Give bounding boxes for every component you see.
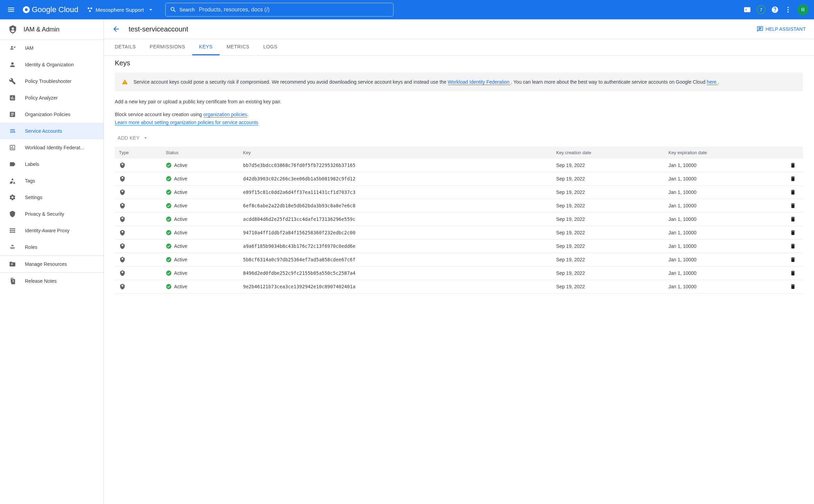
sidebar-icon bbox=[8, 227, 17, 234]
sidebar-item-label: IAM bbox=[25, 45, 34, 51]
sidebar-item-policy-troubleshooter[interactable]: Policy Troubleshooter bbox=[0, 73, 103, 90]
sidebar-icon bbox=[8, 128, 17, 134]
sidebar-item-label: Workload Identity Federat... bbox=[25, 145, 84, 150]
project-icon bbox=[87, 7, 93, 13]
sidebar-item-workload-identity-federat-[interactable]: Workload Identity Federat... bbox=[0, 139, 103, 156]
key-type-icon bbox=[119, 175, 157, 182]
key-created-date: Sep 19, 2022 bbox=[552, 226, 664, 240]
sidebar-item-privacy-security[interactable]: Privacy & Security bbox=[0, 206, 103, 222]
key-fingerprint: d42db3903c02c266c3ee06db1a5b081982c9fd12 bbox=[239, 172, 552, 186]
sidebar-item-label: Organization Policies bbox=[25, 112, 71, 117]
tab-keys[interactable]: KEYS bbox=[192, 39, 220, 55]
org-policies-link[interactable]: organization policies bbox=[203, 112, 247, 118]
help-icon bbox=[771, 6, 779, 13]
sidebar-item-label: Service Accounts bbox=[25, 128, 62, 134]
cloud-shell-button[interactable] bbox=[743, 6, 751, 13]
delete-key-button[interactable] bbox=[790, 162, 799, 168]
svg-point-6 bbox=[787, 9, 789, 10]
user-avatar[interactable]: R bbox=[797, 4, 808, 15]
sidebar-item-tags[interactable]: Tags bbox=[0, 172, 103, 189]
key-expires-date: Jan 1, 10000 bbox=[664, 226, 786, 240]
logo-text: Google Cloud bbox=[32, 5, 78, 14]
delete-key-button[interactable] bbox=[790, 256, 799, 263]
help-button[interactable] bbox=[771, 6, 779, 13]
iam-shield-icon bbox=[8, 25, 17, 34]
google-logo-icon bbox=[22, 6, 30, 14]
delete-key-button[interactable] bbox=[790, 283, 799, 290]
sidebar-item-identity-organization[interactable]: Identity & Organization bbox=[0, 56, 103, 73]
sidebar-item-label: Identity & Organization bbox=[25, 62, 74, 67]
key-fingerprint: 6ef8c6abe2a22db18e5db62bda3b93c8a8e7e6c8 bbox=[239, 199, 552, 213]
back-button[interactable] bbox=[112, 25, 120, 33]
status-check-icon bbox=[166, 243, 172, 249]
delete-key-button[interactable] bbox=[790, 216, 799, 222]
svg-point-14 bbox=[166, 244, 172, 249]
key-created-date: Sep 19, 2022 bbox=[552, 240, 664, 253]
sidebar-item-label: Policy Analyzer bbox=[25, 95, 58, 101]
key-created-date: Sep 19, 2022 bbox=[552, 280, 664, 293]
col-status: Status bbox=[161, 147, 239, 159]
sidebar-item-label: Policy Troubleshooter bbox=[25, 78, 72, 84]
svg-point-13 bbox=[166, 230, 172, 235]
notifications-badge[interactable]: 7 bbox=[757, 5, 766, 14]
svg-point-9 bbox=[166, 176, 172, 181]
sidebar-item-labels[interactable]: Labels bbox=[0, 156, 103, 172]
sidebar-item-policy-analyzer[interactable]: Policy Analyzer bbox=[0, 90, 103, 106]
key-fingerprint: e89f15c81c0dd2a6d4ff37ea111431cf1d7037c3 bbox=[239, 186, 552, 199]
delete-key-button[interactable] bbox=[790, 203, 799, 209]
more-button[interactable] bbox=[784, 6, 792, 13]
sidebar-item-label: Roles bbox=[25, 244, 37, 250]
key-fingerprint: 5b8cf6314a0c97db25364ef7ad5a858cdee67c6f bbox=[239, 253, 552, 267]
project-picker[interactable]: Mesosphere Support bbox=[81, 6, 160, 13]
search-container: Search Products, resources, docs (/) bbox=[165, 3, 394, 17]
tab-logs[interactable]: LOGS bbox=[256, 39, 284, 55]
sidebar-item-roles[interactable]: Roles bbox=[0, 239, 103, 255]
table-row: Actived42db3903c02c266c3ee06db1a5b081982… bbox=[115, 172, 803, 186]
tab-permissions[interactable]: PERMISSIONS bbox=[143, 39, 192, 55]
status-check-icon bbox=[166, 203, 172, 209]
sidebar: IAM & Admin IAMIdentity & OrganizationPo… bbox=[0, 19, 104, 504]
key-fingerprint: 8496d2ed0fdbe252c9fc2155b05a550c5c2587a4 bbox=[239, 267, 552, 280]
logo[interactable]: Google Cloud bbox=[19, 5, 81, 14]
help-assistant-button[interactable]: HELP ASSISTANT bbox=[757, 26, 806, 32]
sidebar-item-iam[interactable]: IAM bbox=[0, 40, 103, 56]
add-key-button[interactable]: ADD KEY bbox=[115, 129, 151, 147]
table-row: Activeacdd804d6d2e25fd213cc4dafe17313629… bbox=[115, 213, 803, 226]
delete-key-button[interactable] bbox=[790, 243, 799, 249]
table-row: Activee89f15c81c0dd2a6d4ff37ea111431cf1d… bbox=[115, 186, 803, 199]
sidebar-item-identity-aware-proxy[interactable]: Identity-Aware Proxy bbox=[0, 222, 103, 239]
tab-metrics[interactable]: METRICS bbox=[220, 39, 257, 55]
topbar: Google Cloud Mesosphere Support Search P… bbox=[0, 0, 814, 19]
key-created-date: Sep 19, 2022 bbox=[552, 186, 664, 199]
sidebar-item-release-notes[interactable]: Release Notes bbox=[0, 273, 103, 289]
learn-org-policies-link[interactable]: Learn more about setting organization po… bbox=[115, 120, 258, 125]
sidebar-item-organization-policies[interactable]: Organization Policies bbox=[0, 106, 103, 123]
key-expires-date: Jan 1, 10000 bbox=[664, 240, 786, 253]
topbar-actions: 7 R bbox=[743, 4, 811, 15]
tab-details[interactable]: DETAILS bbox=[112, 39, 143, 55]
sidebar-item-label: Privacy & Security bbox=[25, 211, 64, 217]
search-placeholder: Products, resources, docs (/) bbox=[199, 7, 270, 13]
sidebar-icon bbox=[8, 244, 17, 251]
sidebar-icon bbox=[8, 177, 17, 184]
status-label: Active bbox=[174, 270, 187, 276]
sidebar-icon bbox=[8, 261, 17, 268]
search-input[interactable]: Search Products, resources, docs (/) bbox=[165, 3, 394, 17]
status-check-icon bbox=[166, 216, 172, 222]
delete-key-button[interactable] bbox=[790, 189, 799, 195]
menu-button[interactable] bbox=[3, 1, 19, 18]
section-title: Keys bbox=[115, 59, 803, 67]
table-row: Active8496d2ed0fdbe252c9fc2155b05a550c5c… bbox=[115, 267, 803, 280]
status-label: Active bbox=[174, 216, 187, 222]
delete-key-button[interactable] bbox=[790, 176, 799, 182]
col-expires: Key expiration date bbox=[664, 147, 786, 159]
workload-federation-link[interactable]: Workload Identity Federation bbox=[448, 79, 511, 85]
sidebar-item-settings[interactable]: Settings bbox=[0, 189, 103, 206]
delete-key-button[interactable] bbox=[790, 270, 799, 276]
sidebar-item-manage-resources[interactable]: Manage Resources bbox=[0, 256, 103, 272]
cloud-shell-icon bbox=[743, 6, 751, 13]
dropdown-icon bbox=[147, 6, 154, 13]
sidebar-item-service-accounts[interactable]: Service Accounts bbox=[0, 123, 103, 139]
delete-key-button[interactable] bbox=[790, 230, 799, 236]
learn-more-here-link[interactable]: here bbox=[707, 79, 718, 85]
